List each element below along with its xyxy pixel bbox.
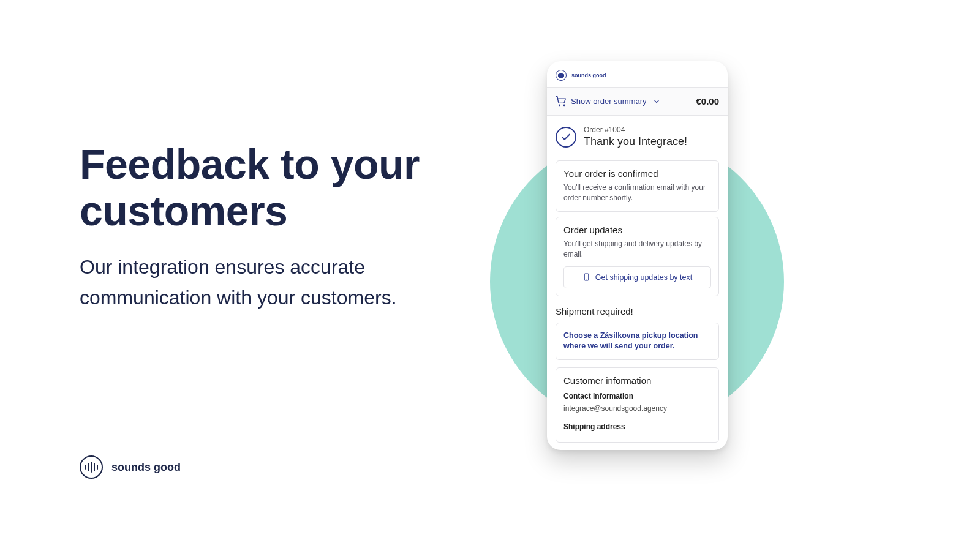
order-confirmed-title: Your order is confirmed xyxy=(564,168,711,179)
order-number-label: Order #1004 xyxy=(584,126,687,134)
phone-icon xyxy=(582,273,590,281)
order-updates-body: You'll get shipping and delivery updates… xyxy=(564,239,711,260)
customer-information-card: Customer information Contact information… xyxy=(556,367,719,443)
sound-bars-logo-icon xyxy=(80,455,103,479)
shipping-address-label: Shipping address xyxy=(564,422,711,431)
brand-mark: sounds good xyxy=(80,455,181,479)
phone-mockup: sounds good Show order summary €0.00 xyxy=(547,61,728,450)
thank-you-header: Order #1004 Thank you Integrace! xyxy=(547,116,728,156)
customer-information-title: Customer information xyxy=(564,375,711,386)
order-updates-card: Order updates You'll get shipping and de… xyxy=(556,217,719,296)
shipment-instruction-card[interactable]: Choose a Zásilkovna pickup location wher… xyxy=(556,323,719,360)
thank-you-text: Thank you Integrace! xyxy=(584,135,687,148)
shipment-required-heading: Shipment required! xyxy=(556,306,719,317)
order-confirmed-card: Your order is confirmed You'll receive a… xyxy=(556,160,719,212)
get-text-updates-label: Get shipping updates by text xyxy=(595,273,692,282)
get-text-updates-button[interactable]: Get shipping updates by text xyxy=(564,266,711,288)
store-brand-name: sounds good xyxy=(571,72,606,78)
check-circle-icon xyxy=(556,127,576,148)
order-total: €0.00 xyxy=(696,96,719,107)
subheadline: Our integration ensures accurate communi… xyxy=(80,252,496,313)
svg-point-0 xyxy=(559,105,560,105)
shipment-instruction-text: Choose a Zásilkovna pickup location wher… xyxy=(564,331,711,352)
chevron-down-icon xyxy=(653,98,660,105)
svg-point-1 xyxy=(564,105,564,105)
cart-icon xyxy=(556,96,566,107)
order-confirmed-body: You'll receive a confirmation email with… xyxy=(564,182,711,204)
sound-bars-logo-icon xyxy=(556,70,567,81)
headline: Feedback to your customers xyxy=(80,141,508,234)
store-brand: sounds good xyxy=(547,61,728,87)
contact-email: integrace@soundsgood.agency xyxy=(564,404,711,413)
order-updates-title: Order updates xyxy=(564,225,711,235)
contact-information-label: Contact information xyxy=(564,392,711,400)
order-summary-toggle[interactable]: Show order summary €0.00 xyxy=(547,87,728,116)
brand-name: sounds good xyxy=(111,461,181,474)
shipment-required-title: Shipment required! xyxy=(556,306,719,317)
order-summary-label: Show order summary xyxy=(571,97,647,106)
marketing-slide: Feedback to your customers Our integrati… xyxy=(0,0,980,551)
